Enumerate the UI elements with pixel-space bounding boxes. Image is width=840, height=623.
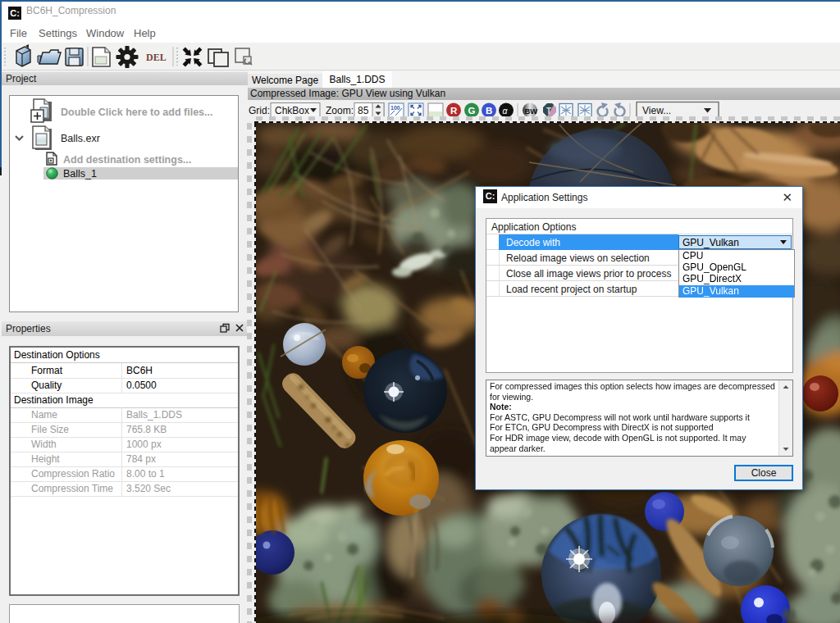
svg-text:α: α bbox=[503, 106, 509, 116]
svg-text:DEL: DEL bbox=[146, 52, 167, 63]
svg-text:85: 85 bbox=[358, 105, 369, 116]
svg-text:Balls_1: Balls_1 bbox=[63, 168, 97, 180]
svg-text:G: G bbox=[468, 106, 476, 116]
svg-text:Add destination settings...: Add destination settings... bbox=[63, 154, 191, 166]
svg-text:R: R bbox=[450, 106, 458, 116]
svg-text:T: T bbox=[546, 107, 551, 116]
svg-text:Balls.exr: Balls.exr bbox=[61, 133, 100, 144]
svg-text:100: 100 bbox=[390, 105, 400, 111]
svg-text:B: B bbox=[486, 106, 492, 116]
svg-text:Zoom:: Zoom: bbox=[326, 105, 354, 116]
svg-text:View...: View... bbox=[642, 105, 671, 116]
svg-text:Double Click here to add files: Double Click here to add files... bbox=[61, 107, 212, 118]
svg-text:ChkBox: ChkBox bbox=[275, 105, 309, 116]
svg-text:Grid:: Grid: bbox=[249, 105, 270, 116]
svg-text:BW: BW bbox=[525, 107, 538, 116]
